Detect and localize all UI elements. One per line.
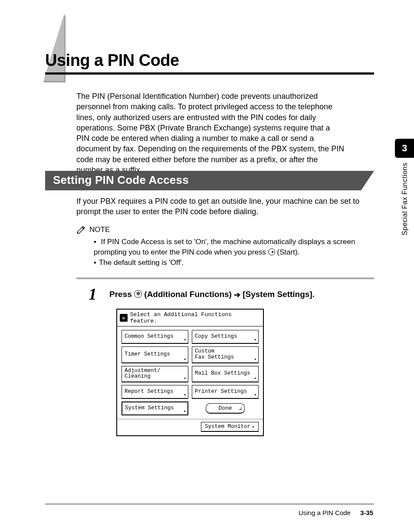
- page-header: Using a PIN Code The PIN (Personal Ident…: [45, 26, 375, 175]
- system-monitor-button[interactable]: System Monitor▸: [201, 422, 259, 432]
- mail-box-settings-button[interactable]: Mail Box Settings▸: [192, 366, 259, 383]
- printer-settings-button[interactable]: Printer Settings▸: [192, 385, 259, 399]
- page-footer: Using a PIN Code 3-35: [299, 509, 373, 516]
- start-icon: [268, 248, 275, 255]
- note-header: NOTE: [76, 225, 374, 234]
- chevron-right-icon: ▸: [184, 357, 187, 362]
- note-item-2: The default setting is 'Off'.: [94, 258, 374, 268]
- step-1: 1 Press ✲ (Additional Functions) ➔ [Syst…: [91, 286, 373, 300]
- note-item-1: If PIN Code Access is set to 'On', the m…: [94, 237, 374, 258]
- screen-header-text: Select an Additional Functions feature.: [130, 311, 260, 324]
- note-item-1-suffix: (Start).: [275, 248, 300, 256]
- section-heading: Setting PIN Code Access: [45, 171, 374, 190]
- chapter-label: Special Fax Functions: [401, 163, 409, 235]
- section-header-wrap: Setting PIN Code Access: [45, 171, 374, 190]
- custom-fax-settings-button[interactable]: Custom Fax Settings▸: [192, 346, 259, 363]
- intro-paragraph: The PIN (Personal Identification Number)…: [45, 91, 345, 175]
- page-number: 3-35: [360, 509, 373, 516]
- system-settings-button[interactable]: System Settings▸: [122, 401, 188, 415]
- report-settings-button[interactable]: Report Settings▸: [122, 385, 188, 399]
- footer-line: [45, 504, 374, 505]
- step-prefix: Press: [109, 290, 134, 299]
- chevron-right-icon: ▸: [254, 392, 257, 397]
- done-button[interactable]: Done↲: [206, 403, 245, 414]
- note-label: NOTE: [89, 225, 110, 234]
- copy-settings-button[interactable]: Copy Settings▸: [192, 330, 259, 344]
- note-block: NOTE If PIN Code Access is set to 'On', …: [76, 225, 374, 268]
- step-target: [System Settings].: [243, 290, 315, 299]
- pencil-icon: [76, 226, 86, 234]
- chevron-right-icon: ▸: [184, 409, 186, 414]
- timer-settings-button[interactable]: Timer Settings▸: [122, 346, 188, 363]
- chevron-right-icon: ▸: [184, 337, 187, 342]
- screen-header-icon: ✲: [120, 314, 128, 322]
- chevron-right-icon: ▸: [252, 424, 255, 429]
- chevron-right-icon: ▸: [254, 357, 257, 362]
- footer-title: Using a PIN Code: [299, 509, 351, 516]
- note-list: If PIN Code Access is set to 'On', the m…: [76, 237, 374, 268]
- chapter-tab: 3: [395, 139, 414, 158]
- chevron-right-icon: ▸: [184, 376, 187, 381]
- return-icon: ↲: [239, 406, 242, 411]
- screen-header: ✲ Select an Additional Functions feature…: [117, 310, 263, 326]
- step-mid: (Additional Functions): [142, 290, 234, 299]
- chevron-right-icon: ▸: [254, 376, 257, 381]
- arrow-icon: ➔: [234, 290, 243, 299]
- step-text: Press ✲ (Additional Functions) ➔ [System…: [91, 286, 373, 300]
- adjustment-cleaning-button[interactable]: Adjustment/ Cleaning▸: [122, 366, 188, 383]
- step-number: 1: [89, 284, 97, 304]
- section-paragraph: If your PBX requires a PIN code to get a…: [76, 196, 374, 217]
- page-title: Using a PIN Code: [45, 51, 375, 70]
- note-item-1-prefix: If PIN Code Access is set to 'On', the m…: [94, 238, 355, 256]
- additional-functions-icon: ✲: [134, 290, 142, 298]
- step-divider: [76, 277, 374, 279]
- title-underline: [45, 72, 374, 75]
- chevron-right-icon: ▸: [254, 337, 257, 342]
- common-settings-button[interactable]: Common Settings▸: [122, 330, 188, 344]
- chevron-right-icon: ▸: [184, 392, 187, 397]
- device-screenshot: ✲ Select an Additional Functions feature…: [116, 309, 264, 436]
